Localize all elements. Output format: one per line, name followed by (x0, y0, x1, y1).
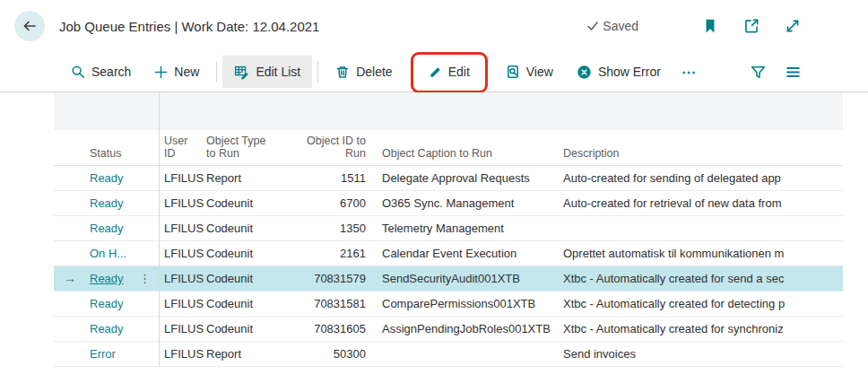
status-link[interactable]: On H... (90, 241, 126, 265)
table-row[interactable]: Ready LFILUS Codeunit 70831605 AssignPen… (54, 317, 843, 342)
description-cell[interactable]: Send invoices (554, 342, 843, 366)
object-type-cell[interactable]: Report (204, 342, 298, 366)
user-id-cell[interactable]: LFILUS (159, 317, 204, 341)
object-id-cell[interactable]: 50300 (298, 342, 371, 366)
user-id-cell[interactable]: LFILUS (159, 191, 204, 215)
column-header-object-id[interactable]: Object ID to Run (298, 130, 371, 165)
selected-row-arrow (54, 191, 86, 215)
row-options-icon[interactable] (151, 342, 159, 366)
object-type-cell[interactable]: Codeunit (204, 317, 298, 341)
status-cell: On H... (86, 241, 159, 265)
status-cell: Ready (86, 191, 159, 215)
object-caption-cell[interactable]: O365 Sync. Management (371, 191, 554, 215)
row-options-icon[interactable] (151, 292, 159, 316)
selected-row-arrow (54, 317, 86, 341)
search-label: Search (91, 65, 131, 79)
user-id-cell[interactable]: LFILUS (159, 216, 204, 240)
edit-button[interactable]: Edit (417, 56, 482, 88)
object-type-cell[interactable]: Codeunit (204, 266, 298, 291)
object-id-cell[interactable]: 1511 (298, 166, 371, 190)
table-row[interactable]: Ready LFILUS Codeunit 6700 O365 Sync. Ma… (54, 191, 843, 216)
status-link[interactable]: Ready (90, 317, 124, 341)
object-caption-cell[interactable]: Delegate Approval Requests (371, 166, 554, 190)
description-cell[interactable] (554, 216, 843, 240)
status-link[interactable]: Ready (90, 216, 124, 240)
back-button[interactable] (14, 11, 45, 41)
column-header-user-id[interactable]: User ID (159, 130, 204, 165)
object-caption-cell[interactable]: Telemetry Management (371, 216, 554, 240)
view-icon (506, 65, 520, 79)
delete-button[interactable]: Delete (324, 56, 404, 88)
row-options-icon[interactable] (151, 166, 159, 190)
check-icon (586, 20, 599, 32)
status-link[interactable]: Error (90, 342, 116, 366)
object-type-cell[interactable]: Codeunit (204, 241, 298, 265)
toolbar-separator (317, 61, 318, 83)
object-id-cell[interactable]: 6700 (298, 191, 371, 215)
search-button[interactable]: Search (59, 56, 143, 88)
table-row[interactable]: Ready LFILUS Codeunit 70831581 ComparePe… (54, 292, 843, 317)
bookmark-icon[interactable] (701, 17, 719, 35)
table-row[interactable]: → Ready ⋮ LFILUS Codeunit 70831579 SendS… (54, 266, 843, 292)
job-queue-grid: Status User ID Object Type to Run Object… (54, 92, 843, 367)
description-cell[interactable]: Auto-created for sending of delegated ap… (554, 166, 843, 190)
object-id-cell[interactable]: 70831581 (298, 292, 371, 316)
status-link[interactable]: Ready (90, 266, 124, 291)
user-id-cell[interactable]: LFILUS (159, 266, 204, 291)
object-id-cell[interactable]: 1350 (298, 216, 371, 240)
description-cell[interactable]: Oprettet automatisk til kommunikationen … (554, 241, 843, 265)
edit-list-button[interactable]: Edit List (222, 56, 312, 88)
table-row[interactable]: Ready LFILUS Report 1511 Delegate Approv… (54, 166, 843, 191)
object-caption-cell[interactable]: ComparePermissions001XTB (371, 292, 554, 316)
status-cell: Ready (86, 292, 159, 316)
row-options-icon[interactable] (151, 191, 159, 215)
status-cell: Ready (86, 317, 159, 341)
object-caption-cell[interactable]: SendSecurityAudit001XTB (371, 266, 554, 291)
object-type-cell[interactable]: Codeunit (204, 292, 298, 316)
table-row[interactable]: Ready LFILUS Codeunit 1350 Telemetry Man… (54, 216, 843, 241)
view-button[interactable]: View (494, 56, 565, 88)
pencil-icon (429, 65, 442, 79)
object-type-cell[interactable]: Codeunit (204, 191, 298, 215)
more-options-button[interactable]: ⋯ (673, 64, 707, 81)
status-link[interactable]: Ready (90, 292, 124, 316)
user-id-cell[interactable]: LFILUS (159, 166, 204, 190)
show-error-button[interactable]: Show Error (565, 56, 673, 88)
column-header-object-type[interactable]: Object Type to Run (204, 130, 298, 165)
selected-row-arrow (54, 216, 86, 240)
show-error-icon (577, 65, 592, 80)
object-caption-cell[interactable]: Calendar Event Execution (371, 241, 554, 265)
status-link[interactable]: Ready (90, 191, 124, 215)
object-id-cell[interactable]: 70831579 (298, 266, 371, 291)
object-type-cell[interactable]: Report (204, 166, 298, 190)
object-type-cell[interactable]: Codeunit (204, 216, 298, 240)
object-id-cell[interactable]: 2161 (298, 241, 371, 265)
new-button[interactable]: New (143, 56, 211, 88)
column-header-object-caption[interactable]: Object Caption to Run (371, 130, 554, 165)
description-cell[interactable]: Auto-created for retrieval of new data f… (554, 191, 843, 215)
description-cell[interactable]: Xtbc - Automatically created for send a … (554, 266, 843, 291)
user-id-cell[interactable]: LFILUS (159, 292, 204, 316)
list-view-icon[interactable] (785, 64, 802, 81)
back-arrow-icon (22, 18, 38, 34)
table-row[interactable]: On H... LFILUS Codeunit 2161 Calendar Ev… (54, 241, 843, 266)
row-options-icon[interactable] (151, 317, 159, 341)
column-header-description[interactable]: Description (554, 130, 843, 165)
table-body: Ready LFILUS Report 1511 Delegate Approv… (54, 166, 843, 367)
status-link[interactable]: Ready (90, 166, 124, 190)
row-options-icon[interactable] (151, 216, 159, 240)
object-caption-cell[interactable] (371, 342, 554, 366)
filter-icon[interactable] (750, 64, 767, 81)
description-cell[interactable]: Xtbc - Automatically created for synchro… (554, 317, 843, 341)
column-header-status[interactable]: Status (86, 130, 159, 165)
user-id-cell[interactable]: LFILUS (159, 241, 204, 265)
open-in-new-window-icon[interactable] (742, 17, 760, 35)
object-id-cell[interactable]: 70831605 (298, 317, 371, 341)
description-cell[interactable]: Xtbc - Automatically created for detecti… (554, 292, 843, 316)
row-options-icon[interactable]: ⋮ (139, 266, 159, 291)
user-id-cell[interactable]: LFILUS (159, 342, 204, 366)
table-row[interactable]: Error LFILUS Report 50300 Send invoices (54, 342, 843, 367)
object-caption-cell[interactable]: AssignPendingJobRoles001XTB (371, 317, 554, 341)
row-options-icon[interactable] (151, 241, 159, 265)
expand-icon[interactable] (784, 17, 802, 35)
